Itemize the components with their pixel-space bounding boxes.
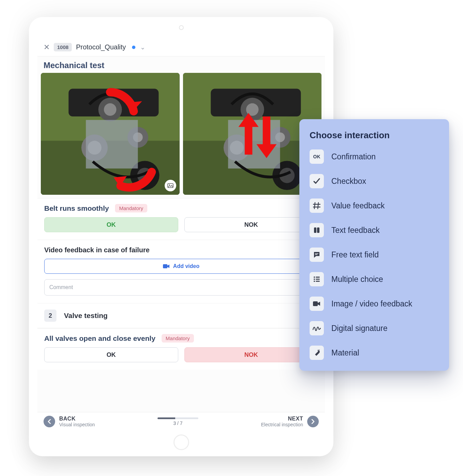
- nok-button[interactable]: NOK: [184, 217, 318, 232]
- protocol-id-pill: 1008: [54, 43, 72, 51]
- interaction-signature[interactable]: Digital signature: [310, 321, 439, 335]
- interaction-label: Checkbox: [331, 177, 366, 186]
- back-button[interactable]: [44, 416, 55, 427]
- columns-icon: [310, 223, 324, 237]
- mandatory-pill: Mandatory: [162, 334, 194, 343]
- top-bar: ✕ 1008 Protocol_Quality ⌄: [37, 38, 325, 57]
- interaction-checkbox[interactable]: Checkbox: [310, 174, 439, 188]
- section-title: Mechanical test: [44, 61, 319, 70]
- chevron-left-icon: [48, 419, 51, 424]
- ok-button[interactable]: OK: [44, 217, 178, 232]
- progress-bar: [158, 417, 198, 419]
- check-belt: Belt runs smoothly Mandatory OK NOK: [37, 198, 325, 240]
- nok-button[interactable]: NOK: [184, 347, 318, 362]
- interaction-label: Value feedback: [331, 201, 385, 210]
- interaction-value-feedback[interactable]: Value feedback: [310, 199, 439, 213]
- interaction-material[interactable]: Material: [310, 346, 439, 360]
- svg-point-4: [104, 103, 116, 116]
- step-number-badge: 2: [44, 310, 56, 322]
- image-row: [37, 73, 325, 198]
- svg-point-41: [314, 279, 315, 280]
- mandatory-pill: Mandatory: [115, 204, 147, 212]
- add-video-button[interactable]: Add video: [44, 259, 318, 274]
- next-label: NEXT: [261, 416, 303, 422]
- interaction-label: Multiple choice: [331, 275, 383, 284]
- check-icon: [310, 174, 324, 188]
- svg-rect-40: [316, 277, 320, 278]
- video-feedback-block: Video feedback in case of failure Add vi…: [37, 240, 325, 303]
- list-icon: [310, 272, 324, 286]
- step-valve-testing[interactable]: 2 Valve testing: [37, 303, 325, 328]
- content-area: Mechanical test: [37, 57, 325, 412]
- ok-text-icon: OK: [310, 149, 324, 164]
- chevron-down-icon[interactable]: ⌄: [140, 44, 145, 51]
- check-label: Belt runs smoothly: [44, 204, 109, 212]
- add-video-label: Add video: [173, 263, 199, 269]
- back-subtitle: Visual inspection: [59, 422, 95, 427]
- tablet-frame: ✕ 1008 Protocol_Quality ⌄ Mechanical tes…: [29, 17, 333, 456]
- protocol-title: Protocol_Quality: [76, 43, 126, 51]
- svg-rect-36: [317, 227, 319, 233]
- interaction-list: OK Confirmation Checkbox Value feedback …: [310, 149, 439, 360]
- page-indicator: 3 / 7: [173, 421, 182, 426]
- svg-point-39: [314, 276, 315, 278]
- choose-interaction-popover: Choose interaction OK Confirmation Check…: [299, 119, 449, 371]
- next-subtitle: Electrical inspection: [261, 422, 303, 427]
- svg-rect-42: [316, 279, 320, 280]
- next-button[interactable]: [307, 416, 319, 427]
- svg-rect-38: [315, 254, 317, 255]
- svg-rect-34: [163, 264, 167, 268]
- close-icon[interactable]: ✕: [44, 44, 50, 51]
- svg-point-43: [314, 281, 315, 282]
- interaction-label: Digital signature: [331, 324, 387, 333]
- check-valves: All valves open and close evenly Mandato…: [37, 328, 325, 370]
- comment-input[interactable]: [44, 279, 318, 296]
- video-camera-icon: [310, 297, 324, 311]
- status-dot-icon: [132, 46, 135, 49]
- interaction-label: Confirmation: [331, 152, 376, 161]
- instruction-image-1[interactable]: [41, 73, 180, 195]
- step-title: Valve testing: [64, 312, 108, 320]
- svg-rect-35: [314, 227, 316, 233]
- message-icon: [310, 248, 324, 262]
- interaction-text-feedback[interactable]: Text feedback: [310, 223, 439, 237]
- svg-point-15: [169, 185, 170, 186]
- interaction-media-feedback[interactable]: Image / video feedback: [310, 297, 439, 311]
- video-camera-icon: [163, 264, 170, 269]
- interaction-label: Image / video feedback: [331, 299, 412, 308]
- interaction-label: Text feedback: [331, 226, 380, 235]
- interaction-multiple-choice[interactable]: Multiple choice: [310, 272, 439, 286]
- video-feedback-label: Video feedback in case of failure: [44, 246, 318, 254]
- app-screen: ✕ 1008 Protocol_Quality ⌄ Mechanical tes…: [37, 38, 325, 431]
- hash-icon: [310, 199, 324, 213]
- image-expand-icon[interactable]: [165, 180, 176, 191]
- chevron-right-icon: [311, 419, 315, 424]
- interaction-label: Free text field: [331, 250, 379, 259]
- back-label: BACK: [59, 416, 95, 422]
- ok-button[interactable]: OK: [44, 347, 178, 362]
- interaction-label: Material: [331, 348, 359, 358]
- check-label: All valves open and close evenly: [44, 334, 155, 343]
- tablet-camera: [179, 25, 184, 30]
- svg-rect-37: [315, 253, 318, 254]
- svg-rect-44: [316, 281, 320, 282]
- tablet-home-button[interactable]: [173, 434, 189, 450]
- popover-title: Choose interaction: [310, 130, 439, 141]
- signature-icon: [310, 321, 324, 335]
- wrench-icon: [310, 346, 324, 360]
- interaction-free-text[interactable]: Free text field: [310, 248, 439, 262]
- interaction-confirmation[interactable]: OK Confirmation: [310, 149, 439, 164]
- svg-rect-45: [313, 301, 318, 306]
- bottom-nav: BACK Visual inspection 3 / 7 NEXT Electr…: [37, 412, 325, 431]
